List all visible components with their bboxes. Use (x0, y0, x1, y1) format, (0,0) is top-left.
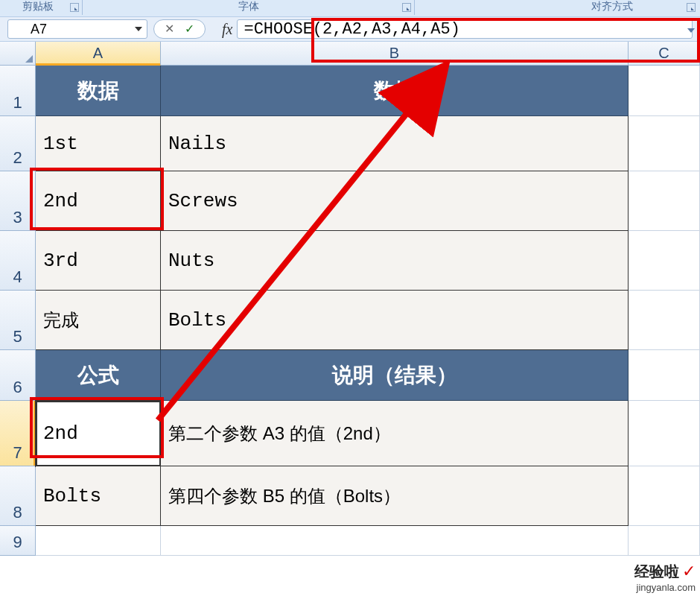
cell-A3[interactable]: 2nd (36, 171, 161, 231)
watermark: 经验啦 ✓ jingyanla.com (634, 562, 696, 593)
formula-action-buttons: ✕ ✓ (153, 19, 206, 39)
spreadsheet: A B C 1 2 3 4 5 6 7 8 9 数据 数据 1st Nails … (0, 42, 700, 596)
row-header-9[interactable]: 9 (0, 526, 36, 556)
cell-C8[interactable] (629, 466, 700, 526)
row-header-6[interactable]: 6 (0, 350, 36, 401)
formula-bar-row: A7 ✕ ✓ fx =CHOOSE(2,A2,A3,A4,A5) (0, 16, 700, 42)
row-header-2[interactable]: 2 (0, 116, 36, 171)
dialog-launcher-icon[interactable] (687, 3, 696, 12)
cell-C6[interactable] (629, 350, 700, 401)
column-header-B[interactable]: B (161, 42, 629, 66)
cell-B8[interactable]: 第四个参数 B5 的值（Bolts） (161, 466, 629, 526)
cell-B9[interactable] (161, 526, 629, 556)
formula-bar[interactable]: =CHOOSE(2,A2,A3,A4,A5) (237, 19, 693, 39)
cell-C7[interactable] (629, 401, 700, 466)
ribbon-separator (414, 0, 415, 15)
row-header-8[interactable]: 8 (0, 466, 36, 526)
watermark-title: 经验啦 (634, 563, 679, 580)
cell-A6[interactable]: 公式 (36, 350, 161, 401)
ribbon-group-clipboard: 剪贴板 (22, 0, 54, 13)
cell-B3[interactable]: Screws (161, 171, 629, 231)
cell-B4[interactable]: Nuts (161, 231, 629, 291)
cancel-formula-icon[interactable]: ✕ (165, 23, 174, 35)
row-header-1[interactable]: 1 (0, 66, 36, 116)
row-header-5[interactable]: 5 (0, 291, 36, 350)
cell-C3[interactable] (629, 171, 700, 231)
expand-formula-bar-button[interactable] (684, 23, 699, 38)
cell-C4[interactable] (629, 231, 700, 291)
cell-A5[interactable]: 完成 (36, 291, 161, 350)
ribbon-separator (82, 0, 83, 15)
cell-A2[interactable]: 1st (36, 116, 161, 171)
row-header-4[interactable]: 4 (0, 231, 36, 291)
cell-A1[interactable]: 数据 (36, 66, 161, 116)
ribbon-groups-strip: 剪贴板 字体 对齐方式 (0, 0, 700, 16)
name-box-value: A7 (31, 22, 47, 37)
ribbon-group-font: 字体 (238, 0, 259, 13)
chevron-down-icon (687, 28, 695, 33)
row-header-3[interactable]: 3 (0, 171, 36, 231)
cell-C5[interactable] (629, 291, 700, 350)
cell-A7[interactable]: 2nd (36, 401, 161, 466)
fx-icon[interactable]: fx (222, 21, 232, 38)
select-all-corner[interactable] (0, 42, 36, 66)
cell-C2[interactable] (629, 116, 700, 171)
cell-A9[interactable] (36, 526, 161, 556)
ribbon-group-align: 对齐方式 (591, 0, 633, 13)
cell-B1[interactable]: 数据 (161, 66, 629, 116)
check-icon: ✓ (682, 562, 696, 580)
column-header-A[interactable]: A (36, 42, 161, 66)
cell-C9[interactable] (629, 526, 700, 556)
watermark-url: jingyanla.com (634, 582, 696, 593)
name-box[interactable]: A7 (7, 19, 147, 39)
accept-formula-icon[interactable]: ✓ (185, 23, 194, 35)
column-headers: A B C (36, 42, 700, 66)
row-headers: 1 2 3 4 5 6 7 8 9 (0, 66, 36, 556)
cell-C1[interactable] (629, 66, 700, 116)
formula-bar-text: =CHOOSE(2,A2,A3,A4,A5) (244, 20, 459, 39)
cells-area: 数据 数据 1st Nails 2nd Screws 3rd Nuts 完成 B… (36, 66, 700, 556)
dialog-launcher-icon[interactable] (70, 3, 79, 12)
cell-B2[interactable]: Nails (161, 116, 629, 171)
cell-B7[interactable]: 第二个参数 A3 的值（2nd） (161, 401, 629, 466)
dialog-launcher-icon[interactable] (402, 3, 411, 12)
cell-B6[interactable]: 说明（结果） (161, 350, 629, 401)
cell-A8[interactable]: Bolts (36, 466, 161, 526)
chevron-down-icon[interactable] (135, 27, 142, 31)
cell-B5[interactable]: Bolts (161, 291, 629, 350)
row-header-7[interactable]: 7 (0, 401, 36, 466)
column-header-C[interactable]: C (629, 42, 700, 66)
cell-A4[interactable]: 3rd (36, 231, 161, 291)
